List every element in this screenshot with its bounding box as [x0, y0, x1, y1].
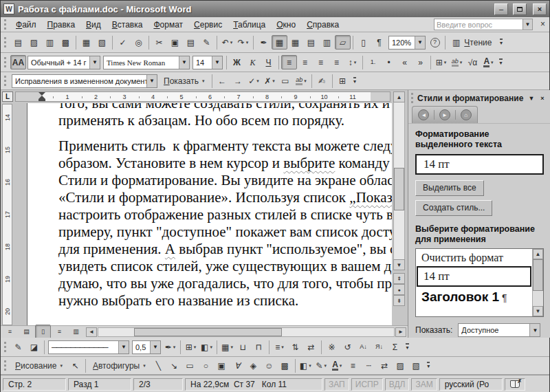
ask-question-arrow-icon[interactable]: ▼: [523, 19, 533, 30]
menu-format[interactable]: Формат: [148, 19, 188, 31]
help-icon[interactable]: ?: [427, 35, 443, 50]
tab-stop-selector[interactable]: L: [2, 91, 13, 102]
menu-edit[interactable]: Правка: [42, 19, 81, 31]
horizontal-scroll-track[interactable]: [98, 327, 395, 337]
toolbar-options-icon[interactable]: ▾: [496, 55, 505, 69]
shadow-style-icon[interactable]: ▨: [393, 358, 408, 373]
select-all-button[interactable]: Выделить все: [415, 180, 484, 196]
read-button[interactable]: ▥Чтение: [448, 35, 496, 50]
autoshapes-menu-button[interactable]: Автофигуры▾: [88, 358, 151, 373]
reject-change-icon[interactable]: ✗▾: [262, 74, 278, 88]
toolbar-grip[interactable]: [4, 342, 8, 352]
wordart-icon[interactable]: ∀: [230, 358, 245, 373]
menu-window[interactable]: Окно: [271, 19, 301, 31]
menu-help[interactable]: Справка: [301, 19, 344, 31]
rectangle-icon[interactable]: ▭: [182, 358, 198, 373]
toolbar-grip[interactable]: [4, 19, 8, 30]
toolbar-grip[interactable]: [411, 93, 415, 103]
permission-icon[interactable]: ▩: [58, 35, 74, 50]
line-spacing-icon[interactable]: ↕▾: [344, 55, 360, 69]
document-page[interactable]: того, вы сами можете создавать стили, со…: [27, 103, 392, 326]
insert-table-icon[interactable]: ▦: [287, 35, 303, 50]
font-combo-arrow-icon[interactable]: ▼: [179, 56, 189, 69]
align-right-icon[interactable]: ≡: [313, 55, 329, 69]
zoom-combo-arrow-icon[interactable]: ▼: [415, 36, 425, 49]
clip-art-icon[interactable]: ☺: [261, 358, 277, 373]
cell-alignment-icon[interactable]: ≡▾: [272, 340, 287, 354]
home-icon[interactable]: ⌂: [461, 109, 472, 120]
highlight-icon[interactable]: ab▾: [449, 55, 465, 69]
insert-picture-icon[interactable]: ▩: [277, 358, 293, 373]
scroll-down-icon[interactable]: ▼: [393, 259, 405, 270]
shading-color-icon[interactable]: ◧▾: [199, 340, 214, 354]
insert-table-icon[interactable]: ▦▾: [219, 340, 235, 354]
menu-tools[interactable]: Сервис: [188, 19, 228, 31]
sort-descending-icon[interactable]: Я↓: [371, 340, 387, 354]
list-scroll-down-icon[interactable]: ▼: [533, 306, 543, 316]
current-format-box[interactable]: 14 пт: [415, 154, 544, 175]
back-icon[interactable]: ◄: [418, 109, 429, 120]
increase-indent-icon[interactable]: »: [412, 55, 428, 69]
previous-change-icon[interactable]: ←: [214, 74, 230, 88]
track-changes-icon[interactable]: ✍: [314, 74, 330, 88]
restore-button[interactable]: [513, 3, 527, 15]
line-style-icon[interactable]: ≡: [345, 358, 361, 373]
show-combo-arrow-icon[interactable]: ▼: [529, 324, 540, 336]
scroll-up-icon[interactable]: ▲: [393, 91, 405, 102]
format-heading1-option[interactable]: Заголовок 1¶: [416, 287, 532, 305]
vertical-scroll-thumb[interactable]: [394, 168, 404, 210]
format-painter-icon[interactable]: ✎: [199, 35, 214, 50]
styles-and-formatting-icon[interactable]: АА: [10, 55, 26, 69]
vertical-ruler[interactable]: 1415161718192021: [2, 104, 12, 325]
select-browse-object-icon[interactable]: ●: [393, 284, 405, 295]
previous-page-icon[interactable]: ⇞: [393, 273, 405, 284]
table-autoformat-icon[interactable]: ※: [324, 340, 340, 354]
outside-border-icon[interactable]: ⊞▾: [183, 340, 199, 354]
copy-icon[interactable]: ▣: [167, 35, 183, 50]
text-direction-icon[interactable]: ↺: [340, 340, 355, 354]
format-14pt-option[interactable]: 14 пт: [417, 266, 531, 287]
display-for-review-combo[interactable]: Исправления в измененном документе▼: [12, 74, 157, 88]
close-button[interactable]: ×: [533, 3, 547, 15]
normal-view-icon[interactable]: ≡: [2, 325, 18, 339]
font-size-combo-arrow-icon[interactable]: ▼: [212, 56, 222, 69]
font-color-icon[interactable]: А▾: [329, 358, 345, 373]
task-pane-close-icon[interactable]: ×: [537, 93, 548, 103]
arrow-icon[interactable]: ↘: [166, 358, 182, 373]
arrow-style-icon[interactable]: ⇄: [377, 358, 393, 373]
style-combo[interactable]: Обычный + 14 г▼: [28, 56, 100, 69]
next-change-icon[interactable]: →: [230, 74, 246, 88]
vertical-scroll-track[interactable]: [393, 102, 405, 259]
toolbar-grip[interactable]: [4, 360, 8, 371]
select-objects-icon[interactable]: ↖: [67, 358, 83, 373]
highlight-icon[interactable]: ab▾: [294, 74, 309, 88]
align-left-icon[interactable]: ≡: [281, 55, 297, 69]
menu-file[interactable]: Файл: [10, 19, 42, 31]
menu-insert[interactable]: Вставка: [107, 19, 148, 31]
merge-cells-icon[interactable]: ⊔: [235, 340, 251, 354]
drawing-icon[interactable]: ▱: [335, 35, 351, 50]
style-combo-arrow-icon[interactable]: ▼: [89, 56, 100, 69]
toolbar-close-icon[interactable]: ×: [540, 19, 545, 29]
decrease-indent-icon[interactable]: «: [397, 55, 412, 69]
bullet-list-icon[interactable]: •: [381, 55, 397, 69]
equation-icon[interactable]: √α: [465, 55, 481, 69]
toolbar-options-icon[interactable]: ▾: [424, 358, 433, 373]
horizontal-ruler[interactable]: 1234567891011: [15, 91, 390, 102]
menu-view[interactable]: Вид: [80, 19, 107, 31]
scroll-left-icon[interactable]: ◄: [86, 327, 97, 337]
toolbar-grip[interactable]: [4, 57, 8, 67]
tables-and-borders-icon[interactable]: ▦: [272, 35, 287, 50]
distribute-rows-icon[interactable]: ⇅: [287, 340, 303, 354]
line-style-combo[interactable]: ────────────▼: [48, 340, 129, 354]
underline-icon[interactable]: Ч: [261, 55, 276, 69]
open-icon[interactable]: ▨: [26, 35, 42, 50]
border-color-icon[interactable]: ✒▾: [162, 340, 178, 354]
text-box-icon[interactable]: ▣: [214, 358, 230, 373]
justify-icon[interactable]: ≡: [329, 55, 344, 69]
toolbar-options-icon[interactable]: ▾: [351, 74, 360, 88]
cut-icon[interactable]: ✂: [151, 35, 167, 50]
new-document-icon[interactable]: ▤: [10, 35, 26, 50]
spelling-icon[interactable]: ✓: [115, 35, 131, 50]
fill-color-icon[interactable]: ◧▾: [298, 358, 314, 373]
